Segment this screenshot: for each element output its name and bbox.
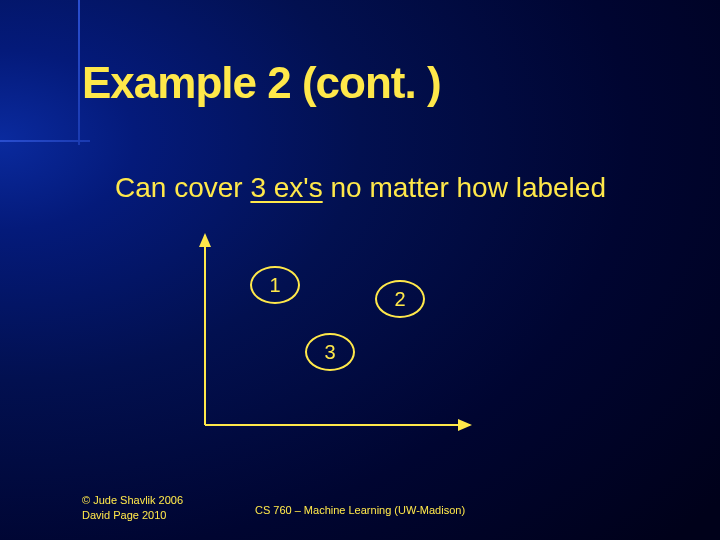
point-3: 3 [305,333,355,371]
decor-horizontal-line [0,140,90,142]
slide-subtitle: Can cover 3 ex's no matter how labeled [115,172,606,204]
subtitle-pre: Can cover [115,172,250,203]
footer-course: CS 760 – Machine Learning (UW-Madison) [0,504,720,516]
slide-title: Example 2 (cont. ) [82,58,441,108]
subtitle-post: no matter how labeled [323,172,606,203]
point-2: 2 [375,280,425,318]
subtitle-underlined: 3 ex's [250,172,322,203]
point-1: 1 [250,266,300,304]
slide: Example 2 (cont. ) Can cover 3 ex's no m… [0,0,720,540]
diagram: 1 2 3 [185,225,485,445]
decor-vertical-line [78,0,80,145]
